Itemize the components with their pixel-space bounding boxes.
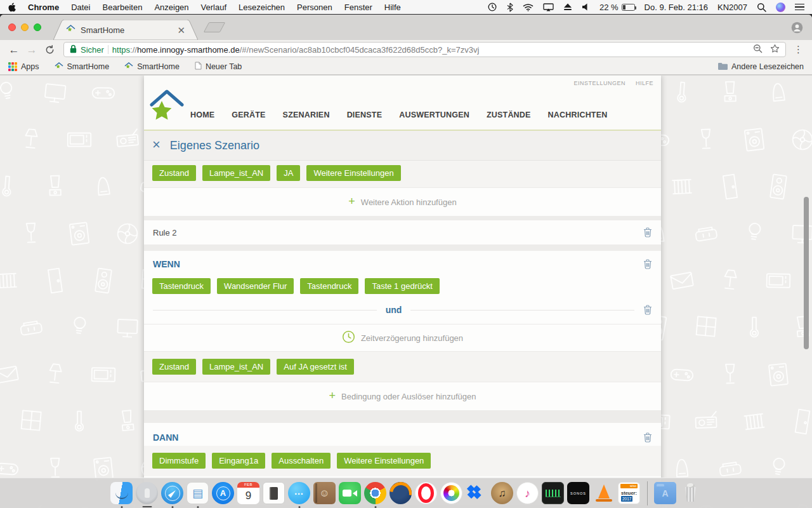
condition-chip[interactable]: Lampe_ist_AN — [202, 359, 270, 375]
condition-chip[interactable]: Zustand — [152, 359, 196, 375]
apple-menu-icon[interactable] — [8, 3, 16, 12]
bookmark-neuer-tab[interactable]: Neuer Tab — [195, 62, 242, 72]
menu-item[interactable]: Lesezeichen — [239, 3, 285, 12]
close-icon[interactable]: × — [152, 138, 160, 152]
minimize-window-button[interactable] — [21, 23, 29, 31]
reload-icon[interactable] — [42, 45, 57, 55]
zoom-window-button[interactable] — [34, 23, 41, 31]
add-action-row[interactable]: + Weitere Aktion hinzufügen — [144, 187, 661, 216]
trigger-chip[interactable]: Tastendruck — [300, 278, 358, 294]
delete-connector-icon[interactable] — [643, 305, 652, 315]
calendar-dock-icon[interactable]: FEB9 — [237, 479, 261, 508]
contacts-dock-icon[interactable]: ☺ — [313, 479, 337, 508]
forward-icon[interactable]: → — [24, 44, 39, 55]
action-chip[interactable]: Lampe_ist_AN — [202, 165, 270, 181]
delete-dann-icon[interactable] — [643, 432, 652, 443]
garageband-dock-icon[interactable]: ♫ — [490, 479, 514, 508]
app-store-dock-icon[interactable]: A — [211, 479, 235, 508]
nav-item[interactable]: ZUSTÄNDE — [487, 110, 531, 119]
trigger-chip[interactable]: Taste 1 gedrückt — [365, 278, 439, 294]
audio-meter-dock-icon[interactable] — [541, 479, 565, 508]
dann-chip[interactable]: Ausschalten — [272, 453, 331, 469]
dann-chip[interactable]: Weitere Einstellungen — [337, 453, 431, 469]
notification-center-icon[interactable] — [795, 4, 804, 10]
other-bookmarks[interactable]: Andere Lesezeichen — [717, 62, 804, 72]
close-window-button[interactable] — [8, 23, 16, 31]
safari-dock-icon[interactable] — [160, 479, 185, 508]
menu-item[interactable]: Hilfe — [384, 3, 401, 12]
battery-icon — [622, 4, 635, 11]
dann-chip[interactable]: Eingang1a — [212, 453, 265, 469]
wifi-icon[interactable] — [523, 3, 534, 11]
nav-item[interactable]: DIENSTE — [347, 110, 383, 119]
active-tab[interactable]: SmartHome ✕ — [53, 20, 198, 40]
nav-item[interactable]: HOME — [190, 110, 214, 119]
input-source-label[interactable]: KN2007 — [717, 3, 747, 12]
profile-icon[interactable] — [791, 22, 803, 36]
bookmark-smarthome-1[interactable]: SmartHome — [55, 62, 110, 72]
scrollbar-thumb[interactable] — [804, 197, 809, 349]
launchpad-dock-icon[interactable] — [135, 479, 159, 508]
nav-item[interactable]: AUSWERTUNGEN — [399, 110, 469, 119]
nav-item[interactable]: SZENARIEN — [283, 110, 330, 119]
chrome-dock-icon[interactable] — [363, 479, 388, 508]
omnibox-separator — [108, 45, 108, 54]
menu-item[interactable]: Anzeigen — [154, 3, 188, 12]
eject-icon[interactable] — [563, 3, 572, 11]
firefox-dock-icon[interactable] — [389, 479, 413, 508]
menu-app-name[interactable]: Chrome — [28, 3, 59, 12]
menu-item[interactable]: Datei — [71, 3, 90, 12]
browser-menu-icon[interactable]: ⋮ — [789, 44, 806, 55]
add-condition-row[interactable]: + Bedingung oder Auslöser hinzufügen — [144, 382, 661, 410]
back-icon[interactable]: ← — [6, 44, 22, 55]
nav-item[interactable]: GERÄTE — [232, 110, 265, 119]
settings-link[interactable]: EINSTELLUNGEN — [573, 80, 625, 86]
battery-status[interactable]: 22 % — [599, 3, 635, 12]
help-link[interactable]: HILFE — [636, 80, 653, 86]
bookmark-star-icon[interactable] — [770, 44, 780, 55]
menu-item[interactable]: Personen — [297, 3, 332, 12]
wiso-steuer-dock-icon[interactable]: wisosteuer:2017 — [617, 479, 641, 508]
tab-close-icon[interactable]: ✕ — [177, 25, 185, 35]
delete-wenn-icon[interactable] — [643, 259, 652, 269]
menu-item[interactable]: Bearbeiten — [102, 3, 142, 12]
applications-folder-dock-icon[interactable]: A — [653, 479, 678, 508]
siri-icon[interactable] — [776, 3, 785, 12]
finder-dock-icon[interactable] — [110, 479, 134, 508]
bookmark-smarthome-2[interactable]: SmartHome — [124, 62, 180, 72]
condition-chip[interactable]: Auf JA gesetzt ist — [277, 359, 354, 375]
sonos-dock-icon[interactable]: SONOS — [566, 479, 591, 508]
trigger-chip[interactable]: Tastendruck — [152, 278, 211, 294]
bluetooth-icon[interactable] — [507, 3, 513, 12]
nav-item[interactable]: NACHRICHTEN — [548, 110, 608, 119]
time-machine-icon[interactable] — [487, 2, 497, 12]
trash-dock-icon[interactable] — [679, 479, 703, 508]
opera-dock-icon[interactable] — [414, 479, 438, 508]
preview-dock-icon[interactable]: ▤ — [186, 479, 210, 508]
menu-clock[interactable]: Do. 9. Feb. 21:16 — [645, 3, 708, 12]
itunes-dock-icon[interactable]: ♪ — [516, 479, 540, 508]
spotlight-icon[interactable] — [757, 3, 766, 12]
bookmark-apps[interactable]: Apps — [8, 62, 39, 71]
dropbox-dock-icon[interactable] — [465, 479, 489, 508]
vlc-dock-icon[interactable] — [592, 479, 616, 508]
action-chip[interactable]: JA — [277, 165, 300, 181]
notebook-dock-icon[interactable] — [262, 479, 286, 508]
zoom-out-icon[interactable] — [753, 44, 763, 55]
menu-item[interactable]: Verlauf — [201, 3, 226, 12]
innogy-smarthome-logo[interactable] — [148, 86, 186, 124]
dann-chip[interactable]: Dimmstufe — [152, 453, 206, 469]
airplay-icon[interactable] — [543, 3, 554, 11]
add-delay-row[interactable]: Zeitverzögerung hinzufügen — [144, 324, 661, 351]
address-bar[interactable]: Sicher https://home.innogy-smarthome.de/… — [63, 42, 786, 57]
photos-dock-icon[interactable] — [440, 479, 464, 508]
messages-dock-icon[interactable]: … — [287, 479, 311, 508]
action-chip[interactable]: Weitere Einstellungen — [306, 165, 400, 181]
facetime-dock-icon[interactable] — [338, 479, 362, 508]
action-chip[interactable]: Zustand — [152, 165, 196, 181]
new-tab-button[interactable] — [204, 22, 226, 32]
menu-item[interactable]: Fenster — [344, 3, 372, 12]
delete-rule-icon[interactable] — [643, 227, 652, 237]
trigger-chip[interactable]: Wandsender Flur — [217, 278, 294, 294]
volume-icon[interactable] — [582, 3, 590, 11]
